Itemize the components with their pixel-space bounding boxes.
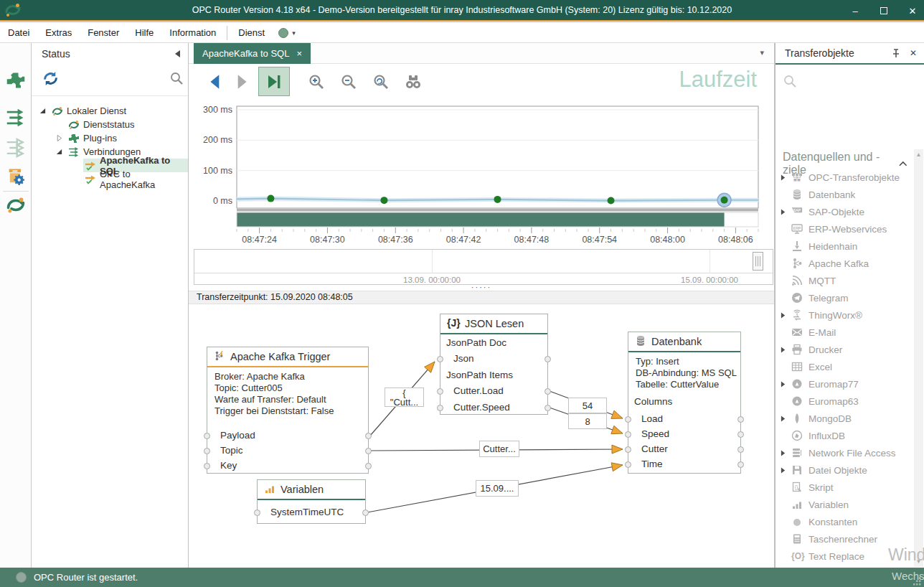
nav-back-button[interactable] xyxy=(207,72,225,91)
timeline-handle[interactable] xyxy=(753,252,763,271)
range-bar[interactable] xyxy=(237,212,725,227)
data-point[interactable] xyxy=(267,195,274,202)
item-expander-icon[interactable] xyxy=(781,347,786,353)
plugins-icon[interactable] xyxy=(6,70,26,90)
node-header[interactable]: Datenbank xyxy=(628,332,740,352)
search-icon[interactable] xyxy=(169,71,184,85)
transfer-object-item[interactable]: MongoDB xyxy=(776,410,916,427)
transfer-object-item[interactable]: Excel xyxy=(776,358,916,375)
tree-expander-icon[interactable] xyxy=(56,149,63,156)
flow-canvas[interactable]: {"Cutt...548Cutter...15.09....Apache Kaf… xyxy=(189,304,774,568)
menu-dienst[interactable]: Dienst xyxy=(230,23,273,42)
transfer-object-item[interactable]: Telegram xyxy=(776,289,916,306)
menu-information[interactable]: Information xyxy=(161,23,224,42)
item-expander-icon[interactable] xyxy=(781,174,786,181)
close-button[interactable]: ✕ xyxy=(907,6,918,17)
transfer-object-item[interactable]: Euromap63 xyxy=(776,393,916,410)
node-header[interactable]: Variablen xyxy=(258,480,365,500)
panel-close-icon[interactable]: ✕ xyxy=(910,48,917,58)
collapse-panel-icon[interactable] xyxy=(174,50,181,57)
transfer-object-item[interactable]: Datenbank xyxy=(776,186,916,203)
tree-item[interactable]: Plug-ins xyxy=(32,131,188,145)
zoom-reset-button[interactable] xyxy=(372,72,390,91)
transfer-object-item[interactable]: MQTT xyxy=(776,272,916,289)
port-dot-right[interactable] xyxy=(362,509,369,516)
find-button[interactable] xyxy=(404,72,423,91)
transfer-object-item[interactable]: {}Skript xyxy=(776,479,916,496)
opc-router-icon[interactable] xyxy=(6,195,26,215)
port-dot-left[interactable] xyxy=(204,433,210,439)
port-dot-right[interactable] xyxy=(737,446,744,453)
transfer-object-item[interactable]: ERPERP-Webservices xyxy=(776,220,916,238)
tree-expander-icon[interactable] xyxy=(39,108,47,115)
transfer-object-item[interactable]: E-Mail xyxy=(776,324,916,341)
horizontal-splitter[interactable]: ····· xyxy=(189,285,774,291)
port-dot-left[interactable] xyxy=(437,388,443,395)
item-expander-icon[interactable] xyxy=(781,467,786,474)
port-dot-left[interactable] xyxy=(204,448,210,454)
scrollbar[interactable]: ▲▼ xyxy=(914,149,923,567)
service-caret-icon[interactable]: ▾ xyxy=(292,29,296,37)
item-expander-icon[interactable] xyxy=(781,450,786,456)
item-expander-icon[interactable] xyxy=(781,312,786,319)
port-dot-left[interactable] xyxy=(625,431,631,438)
flow-node-json[interactable]: {J}JSON LesenJsonPath DocJsonJsonPath It… xyxy=(440,314,548,415)
transfer-object-item[interactable]: Konstanten xyxy=(776,513,916,530)
tree-expander-icon[interactable] xyxy=(56,135,63,142)
node-header[interactable]: {J}JSON Lesen xyxy=(440,314,547,334)
transfer-object-item[interactable]: Drucker xyxy=(776,341,916,358)
transfer-object-item[interactable]: Euromap77 xyxy=(776,375,916,393)
menu-extras[interactable]: Extras xyxy=(37,23,80,42)
transfer-object-item[interactable]: Variablen xyxy=(776,496,916,513)
tree-item[interactable]: Lokaler Dienst xyxy=(32,104,188,118)
port-dot-left[interactable] xyxy=(437,405,443,411)
minimize-button[interactable]: – xyxy=(849,6,861,17)
pin-icon[interactable] xyxy=(891,48,901,58)
port-dot-left[interactable] xyxy=(204,463,210,469)
data-point[interactable] xyxy=(608,197,615,205)
tab-close-icon[interactable]: × xyxy=(296,48,302,59)
data-point[interactable] xyxy=(721,197,728,204)
template-connections-icon[interactable] xyxy=(6,138,26,158)
transfer-object-item[interactable]: Heidenhain xyxy=(776,238,916,255)
menu-datei[interactable]: Datei xyxy=(0,23,37,42)
item-expander-icon[interactable] xyxy=(781,415,786,422)
item-expander-icon[interactable] xyxy=(781,381,786,388)
port-dot-right[interactable] xyxy=(544,356,551,362)
port-dot-left[interactable] xyxy=(625,446,631,453)
zoom-out-button[interactable] xyxy=(339,72,358,91)
tree-item[interactable]: OPC to ApacheKafka xyxy=(32,172,188,186)
port-dot-left[interactable] xyxy=(437,356,443,362)
flow-node-kafka[interactable]: Apache Kafka TriggerBroker: Apache Kafka… xyxy=(207,347,369,474)
port-dot-left[interactable] xyxy=(254,509,260,516)
port-dot-right[interactable] xyxy=(737,461,744,468)
tree-item[interactable]: Dienststatus xyxy=(32,118,188,131)
port-dot-left[interactable] xyxy=(625,461,631,468)
flow-node-db[interactable]: DatenbankTyp: InsertDB-Anbindung: MS SQL… xyxy=(628,332,741,474)
tab-list-dropdown-icon[interactable]: ▾ xyxy=(760,48,764,57)
data-point[interactable] xyxy=(494,196,501,203)
port-dot-left[interactable] xyxy=(625,416,631,423)
port-dot-right[interactable] xyxy=(544,405,551,411)
runtime-chart[interactable]: 0 ms100 ms200 ms300 ms08:47:2408:47:3008… xyxy=(189,99,775,249)
port-dot-right[interactable] xyxy=(365,433,372,439)
maximize-button[interactable] xyxy=(878,6,890,17)
port-dot-right[interactable] xyxy=(737,416,744,423)
port-dot-right[interactable] xyxy=(737,431,744,438)
transfer-object-item[interactable]: Datei Objekte xyxy=(776,461,916,479)
transfer-object-item[interactable]: OPC-Transferobjekte xyxy=(776,169,916,186)
tab-apachekafka-to-sql[interactable]: ApacheKafka to SQL × xyxy=(194,43,311,64)
node-header[interactable]: Apache Kafka Trigger xyxy=(207,347,368,367)
nav-forward-button[interactable] xyxy=(232,72,250,91)
data-point[interactable] xyxy=(380,197,387,204)
port-dot-right[interactable] xyxy=(365,448,372,454)
timeline-range-selector[interactable]: 13.09. 00:00:00 15.09. 00:00:00 xyxy=(194,249,773,285)
transfer-object-item[interactable]: Network File Access xyxy=(776,444,916,461)
zoom-in-button[interactable] xyxy=(307,72,326,91)
flow-node-vars[interactable]: VariablenSystemTimeUTC xyxy=(257,479,366,524)
transfer-search-icon[interactable] xyxy=(783,74,797,88)
item-expander-icon[interactable] xyxy=(781,209,786,215)
transfer-object-item[interactable]: InfluxDB xyxy=(776,427,916,444)
project-settings-icon[interactable] xyxy=(6,166,26,187)
nav-skip-to-latest-button[interactable] xyxy=(258,67,290,96)
